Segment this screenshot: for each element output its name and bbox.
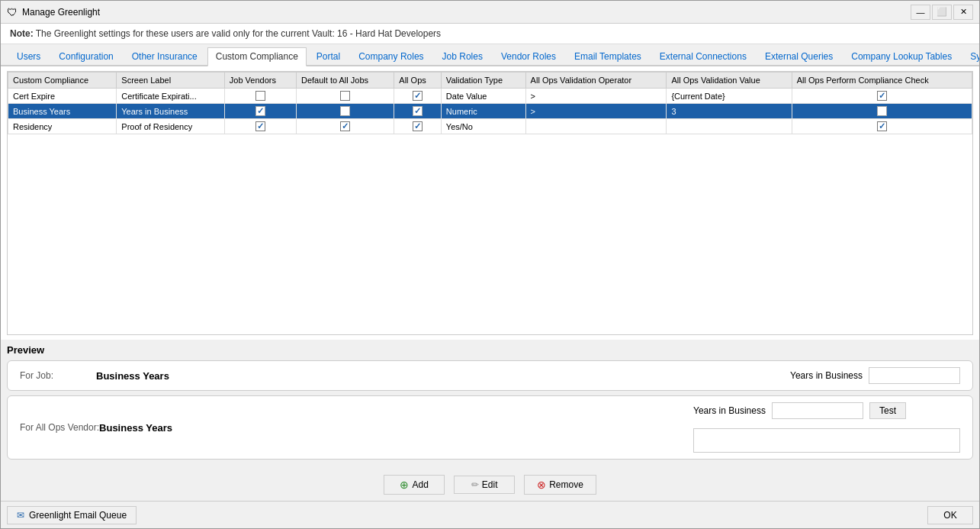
ok-button[interactable]: OK (927, 506, 973, 524)
minimize-button[interactable]: — (911, 5, 930, 20)
checkbox[interactable] (413, 91, 423, 101)
for-job-preview-box: For Job: Business Years Years in Busines… (7, 360, 973, 391)
cell-2 (224, 104, 296, 119)
tab-job-roles[interactable]: Job Roles (434, 47, 491, 65)
col-header-screen-label[interactable]: Screen Label (117, 73, 225, 89)
table-row[interactable]: ResidencyProof of ResidencyYes/No (8, 119, 972, 134)
note-bar: Note: The Greenlight settings for these … (1, 24, 979, 44)
checkbox[interactable] (255, 91, 265, 101)
col-header-all-ops-validation-value[interactable]: All Ops Validation Value (667, 73, 792, 89)
table-row[interactable]: Cert ExpireCertificate Expirati...Date V… (8, 89, 972, 104)
checkbox[interactable] (340, 106, 350, 116)
tab-other-insurance[interactable]: Other Insurance (124, 47, 206, 65)
tab-email-templates[interactable]: Email Templates (566, 47, 650, 65)
preview-section: Preview For Job: Business Years Years in… (1, 340, 979, 469)
close-button[interactable]: ✕ (953, 5, 973, 20)
col-header-default-to-all-jobs[interactable]: Default to All Jobs (296, 73, 394, 89)
cell-3 (296, 104, 394, 119)
checkbox[interactable] (340, 121, 350, 131)
tab-bar: UsersConfigurationOther InsuranceCustom … (1, 44, 979, 66)
window-title: Manage Greenlight (22, 7, 100, 18)
cell-8 (792, 89, 972, 104)
add-button[interactable]: ⊕ Add (384, 475, 445, 495)
compliance-table: Custom ComplianceScreen LabelJob Vendors… (8, 72, 972, 134)
col-header-custom-compliance[interactable]: Custom Compliance (8, 73, 117, 89)
tab-external-connections[interactable]: External Connections (651, 47, 755, 65)
col-header-validation-type[interactable]: Validation Type (441, 73, 525, 89)
preview-label: Preview (7, 344, 973, 356)
maximize-button[interactable]: ⬜ (932, 5, 952, 20)
remove-label: Remove (549, 479, 583, 490)
for-all-ops-label: For All Ops Vendor: (20, 422, 99, 433)
cell-5: Yes/No (441, 119, 525, 134)
email-queue-button[interactable]: ✉ Greenlight Email Queue (7, 506, 137, 524)
title-bar: 🛡 Manage Greenlight — ⬜ ✕ (1, 1, 979, 24)
title-bar-left: 🛡 Manage Greenlight (7, 6, 100, 18)
checkbox[interactable] (877, 121, 887, 131)
checkbox[interactable] (877, 106, 887, 116)
tab-vendor-roles[interactable]: Vendor Roles (493, 47, 564, 65)
col-header-all-ops-perform-compliance-check[interactable]: All Ops Perform Compliance Check (792, 73, 972, 89)
checkbox[interactable] (877, 91, 887, 101)
add-icon: ⊕ (400, 479, 409, 491)
checkbox[interactable] (255, 121, 265, 131)
note-text: The Greenlight settings for these users … (36, 28, 441, 39)
cell-1: Certificate Expirati... (117, 89, 225, 104)
for-job-input-label: Years in Business (790, 370, 863, 381)
cell-2 (224, 119, 296, 134)
cell-8 (792, 104, 972, 119)
checkbox[interactable] (340, 91, 350, 101)
tab-system-lookup-tables[interactable]: System Lookup Tables (962, 47, 980, 65)
for-all-ops-input-area: Years in Business Test (693, 402, 960, 453)
table-row[interactable]: Business YearsYears in BusinessNumeric>3 (8, 104, 972, 119)
bottom-bar: ✉ Greenlight Email Queue OK (1, 501, 979, 528)
for-all-ops-input-label: Years in Business (693, 405, 766, 416)
edit-button[interactable]: ✏ Edit (454, 476, 515, 494)
cell-0: Cert Expire (8, 89, 117, 104)
cell-7: 3 (667, 104, 792, 119)
remove-icon: ⊗ (537, 479, 546, 491)
for-all-ops-row: For All Ops Vendor: Business Years Years… (20, 402, 960, 453)
cell-4 (394, 104, 442, 119)
cell-1: Proof of Residency (117, 119, 225, 134)
table-area: Custom ComplianceScreen LabelJob Vendors… (7, 71, 973, 335)
cell-3 (296, 119, 394, 134)
col-header-job-vendors[interactable]: Job Vendors (224, 73, 296, 89)
checkbox[interactable] (255, 106, 265, 116)
cell-4 (394, 89, 442, 104)
cell-6: > (525, 89, 667, 104)
tab-configuration[interactable]: Configuration (50, 47, 121, 65)
cell-5: Numeric (441, 104, 525, 119)
cell-0: Residency (8, 119, 117, 134)
email-icon: ✉ (17, 510, 24, 521)
tab-company-roles[interactable]: Company Roles (350, 47, 432, 65)
checkbox[interactable] (413, 121, 423, 131)
col-header-all-ops-validation-operator[interactable]: All Ops Validation Operator (525, 73, 667, 89)
remove-button[interactable]: ⊗ Remove (524, 475, 596, 495)
cell-7: {Current Date} (667, 89, 792, 104)
cell-4 (394, 119, 442, 134)
title-bar-controls: — ⬜ ✕ (911, 5, 973, 20)
tab-company-lookup-tables[interactable]: Company Lookup Tables (843, 47, 960, 65)
for-all-ops-input[interactable] (772, 402, 863, 419)
for-all-ops-extra-input[interactable] (693, 428, 960, 453)
edit-icon: ✏ (471, 479, 479, 490)
tab-users[interactable]: Users (8, 47, 49, 65)
tab-custom-compliance[interactable]: Custom Compliance (207, 47, 307, 66)
tab-portal[interactable]: Portal (308, 47, 349, 65)
edit-label: Edit (482, 479, 498, 490)
for-job-label: For Job: (20, 370, 96, 381)
tab-external-queries[interactable]: External Queries (757, 47, 841, 65)
for-job-row: For Job: Business Years Years in Busines… (20, 367, 960, 384)
for-all-ops-field-name: Business Years (99, 422, 693, 434)
col-header-all-ops[interactable]: All Ops (394, 73, 442, 89)
note-prefix: Note: (10, 28, 34, 39)
for-job-input[interactable] (869, 367, 960, 384)
test-button[interactable]: Test (869, 402, 906, 419)
cell-6: > (525, 104, 667, 119)
cell-5: Date Value (441, 89, 525, 104)
cell-3 (296, 89, 394, 104)
checkbox[interactable] (413, 106, 423, 116)
for-job-field-name: Business Years (96, 370, 790, 382)
cell-8 (792, 119, 972, 134)
